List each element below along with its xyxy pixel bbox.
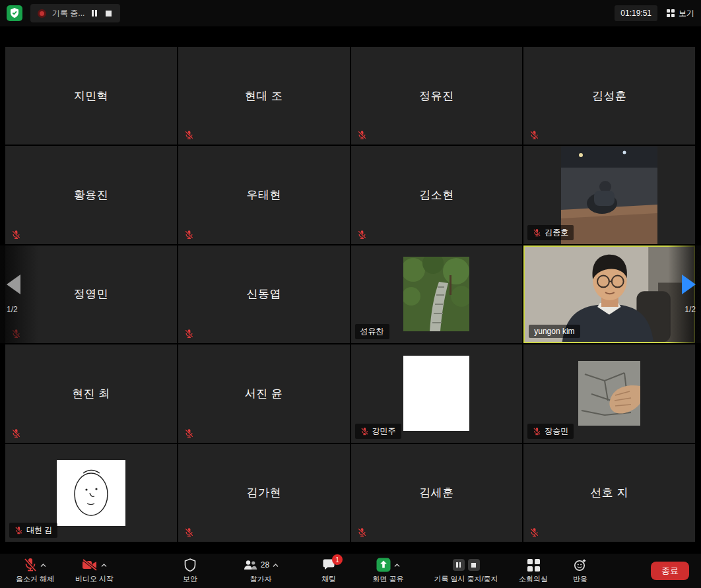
participant-name: 신동엽 <box>246 286 281 302</box>
recording-indicator: 기록 중... <box>30 4 120 22</box>
video-grid: 지민혁 현대 조 정유진 김성훈 황용진 우태현 김소현 <box>5 47 695 542</box>
participant-name: 김가현 <box>246 485 281 500</box>
page-indicator: 1/2 <box>7 305 18 314</box>
mic-muted-icon <box>529 527 539 537</box>
end-meeting-button[interactable]: 종료 <box>651 562 689 580</box>
participant-name-badge: 장승민 <box>527 424 574 439</box>
participant-name: 장승민 <box>545 426 568 437</box>
participant-tile[interactable]: 현진 최 <box>5 344 177 442</box>
start-video-button[interactable]: 비디오 시작 <box>65 554 124 588</box>
mic-muted-icon <box>184 329 194 339</box>
mic-muted-icon <box>184 428 194 438</box>
participant-name: 김종호 <box>545 227 568 238</box>
security-button[interactable]: 보안 <box>166 554 214 588</box>
participant-name: 대현 김 <box>26 525 52 536</box>
participant-name-badge: 김종호 <box>527 225 574 240</box>
next-arrow-icon <box>682 275 696 294</box>
share-screen-icon <box>376 558 391 572</box>
reactions-label: 반응 <box>573 574 587 584</box>
participants-label: 참가자 <box>250 574 272 584</box>
participant-name: 황용진 <box>74 187 109 203</box>
page-indicator: 1/2 <box>684 305 696 314</box>
unmute-button[interactable]: 음소거 해제 <box>5 554 65 588</box>
pause-recording-icon[interactable] <box>453 559 465 571</box>
participant-tile[interactable]: 현대 조 <box>178 47 350 145</box>
breakout-rooms-button[interactable]: 소회의실 <box>510 554 557 588</box>
security-label: 보안 <box>183 574 197 584</box>
meeting-timer: 01:19:51 <box>615 5 657 21</box>
mic-muted-icon <box>24 558 37 572</box>
record-controls-label: 기록 일시 중지/중지 <box>434 574 498 584</box>
mic-muted-icon <box>529 130 539 140</box>
prev-page-button[interactable]: 1/2 <box>0 245 38 343</box>
mic-muted-icon <box>533 228 541 237</box>
mic-muted-icon <box>11 428 21 438</box>
mic-muted-icon <box>357 230 367 240</box>
mic-muted-icon <box>360 427 369 436</box>
chevron-up-icon[interactable] <box>40 564 46 567</box>
recording-label: 기록 중... <box>52 8 84 19</box>
view-button[interactable]: 보기 <box>667 8 694 19</box>
participant-name-badge: 대현 김 <box>9 523 57 538</box>
mic-muted-icon <box>184 230 194 240</box>
mic-muted-icon <box>15 526 23 535</box>
prev-arrow-icon <box>7 275 20 294</box>
participant-tile[interactable]: 우태현 <box>178 146 350 244</box>
shield-icon <box>184 558 196 572</box>
breakout-rooms-icon <box>527 559 540 572</box>
participant-tile[interactable]: 서진 윤 <box>178 344 350 442</box>
next-page-button[interactable]: 1/2 <box>668 245 701 343</box>
participant-tile[interactable]: 김세훈 <box>351 444 523 542</box>
chevron-up-icon[interactable] <box>101 564 107 567</box>
gallery-view-icon <box>667 9 675 17</box>
mic-muted-icon <box>184 527 194 537</box>
participant-tile[interactable]: 정유진 <box>351 47 523 145</box>
chevron-up-icon[interactable] <box>273 564 279 567</box>
participant-tile[interactable]: 김종호 <box>523 146 695 244</box>
chat-label: 채팅 <box>321 574 336 584</box>
participant-name-badge: yungon kim <box>529 325 580 338</box>
zoom-meeting-window: 기록 중... 01:19:51 보기 지민혁 현대 조 <box>0 0 701 588</box>
participant-name: 현대 조 <box>245 88 283 104</box>
security-shield-icon[interactable] <box>7 5 22 21</box>
participant-name-badge: 강민주 <box>355 424 401 439</box>
participant-tile[interactable]: 강민주 <box>351 344 523 442</box>
mic-muted-icon <box>184 130 194 140</box>
participant-name: 현진 최 <box>72 386 110 401</box>
participant-name: 성유찬 <box>360 326 384 337</box>
mic-muted-icon <box>533 427 541 436</box>
participant-tile[interactable]: 황용진 <box>5 146 177 244</box>
view-button-label: 보기 <box>679 8 694 19</box>
mic-muted-icon <box>357 527 367 537</box>
participant-tile[interactable]: 대현 김 <box>5 444 177 542</box>
chevron-up-icon[interactable] <box>394 564 400 567</box>
participant-tile[interactable]: 김소현 <box>351 146 523 244</box>
video-off-icon <box>82 559 98 571</box>
record-controls-button[interactable]: 기록 일시 중지/중지 <box>422 554 510 588</box>
participant-tile[interactable]: 선호 지 <box>523 444 695 542</box>
participant-tile[interactable]: 김성훈 <box>523 47 695 145</box>
participant-tile[interactable]: 신동엽 <box>178 245 350 343</box>
participant-name: 지민혁 <box>74 88 109 104</box>
share-screen-label: 화면 공유 <box>372 574 403 584</box>
record-icon <box>38 9 46 18</box>
participant-name: 서진 윤 <box>245 386 283 401</box>
participant-name: 선호 지 <box>590 485 628 500</box>
participant-tile[interactable]: 김가현 <box>178 444 350 542</box>
participant-name-badge: 성유찬 <box>355 324 389 339</box>
participant-name: yungon kim <box>534 327 574 336</box>
breakout-rooms-label: 소회의실 <box>519 574 548 584</box>
share-screen-button[interactable]: 화면 공유 <box>358 554 418 588</box>
topbar: 기록 중... 01:19:51 보기 <box>0 0 701 26</box>
stop-recording-button[interactable] <box>104 9 113 18</box>
participant-tile[interactable]: 지민혁 <box>5 47 177 145</box>
participant-tile[interactable]: 장승민 <box>523 344 695 442</box>
stop-recording-icon[interactable] <box>468 559 480 571</box>
participant-name: 정영민 <box>74 286 109 302</box>
chat-button[interactable]: 1 채팅 <box>305 554 352 588</box>
pause-recording-button[interactable] <box>90 9 98 18</box>
participants-icon <box>243 560 257 570</box>
participant-tile[interactable]: 성유찬 <box>351 245 523 343</box>
participants-button[interactable]: 28 참가자 <box>232 554 289 588</box>
reactions-button[interactable]: 반응 <box>557 554 603 588</box>
